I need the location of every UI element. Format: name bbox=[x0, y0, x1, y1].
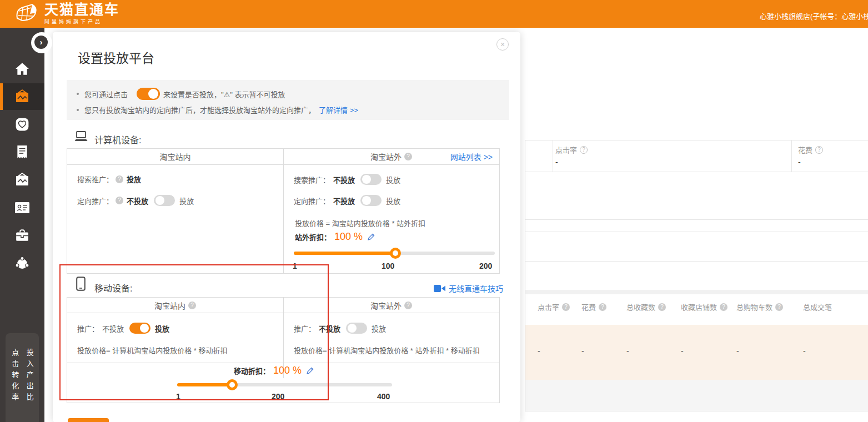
on-label: 投放 bbox=[155, 323, 169, 334]
help-icon[interactable]: ? bbox=[404, 302, 412, 309]
mobile-in-promo-row: 推广： 不投放 投放 bbox=[77, 323, 169, 334]
topbar: 天猫直通车 阿里妈妈旗下产品 心雅小栈旗舰店(子帐号：心雅小栈 bbox=[0, 0, 868, 28]
laptop-icon bbox=[74, 130, 88, 143]
computer-taobao-out-header: 淘宝站外 ? 网站列表 >> bbox=[283, 149, 499, 164]
dialog-title: 设置投放平台 bbox=[78, 48, 154, 67]
mobile-out-promo-toggle[interactable] bbox=[346, 323, 367, 334]
help-icon[interactable]: ? bbox=[116, 175, 123, 183]
notice-text: 来设置是否投放，"⚠" 表示暂不可投放 bbox=[163, 89, 285, 99]
home-icon bbox=[15, 62, 29, 76]
gallery-icon bbox=[14, 173, 30, 187]
mobile-out-price-formula: 投放价格= 计算机淘宝站内投放价格 * 站外折扣 * 移动折扣 bbox=[294, 345, 480, 355]
cell-value: - bbox=[736, 346, 739, 355]
expand-arrow-icon[interactable]: › bbox=[33, 34, 49, 50]
sidebar-item-account[interactable] bbox=[0, 195, 44, 220]
computer-out-discount: 站外折扣： 100 % bbox=[295, 231, 375, 243]
sidebar-item-creative[interactable] bbox=[0, 168, 44, 192]
logo[interactable]: 天猫直通车 阿里妈妈旗下产品 bbox=[14, 2, 119, 25]
website-list-link[interactable]: 网站列表 >> bbox=[450, 151, 493, 162]
slider-mid-label: 100 bbox=[382, 262, 394, 270]
help-icon[interactable]: ? bbox=[720, 303, 727, 311]
computer-out-target-row: 定向推广： 不投放 投放 bbox=[294, 195, 400, 206]
toggle-knob bbox=[362, 196, 371, 205]
edit-pencil-icon[interactable] bbox=[306, 366, 314, 375]
slider-handle[interactable] bbox=[227, 379, 238, 390]
mobile-out-promo-row: 推广： 不投放 投放 bbox=[294, 323, 386, 334]
notice-text: 您只有投放淘宝站内的定向推广后，才能选择投放淘宝站外的定向推广， bbox=[84, 104, 315, 115]
help-icon[interactable]: ? bbox=[404, 153, 412, 160]
slider-fill bbox=[294, 252, 395, 255]
toggle-knob bbox=[348, 324, 357, 333]
row-label: 搜索推广： bbox=[77, 174, 113, 184]
sidebar-item-home[interactable] bbox=[0, 57, 44, 81]
computer-out-search-toggle[interactable] bbox=[360, 174, 382, 185]
state-text: 不投放 bbox=[319, 323, 340, 334]
help-icon[interactable]: ? bbox=[599, 303, 606, 311]
on-label: 投放 bbox=[386, 195, 400, 206]
notice-line-1: 您可通过点击 来设置是否投放，"⚠" 表示暂不可投放 bbox=[77, 88, 285, 100]
computer-out-discount-slider[interactable] bbox=[294, 252, 495, 255]
slider-min-label: 1 bbox=[293, 262, 297, 270]
row-label: 定向推广： bbox=[294, 195, 330, 206]
divider bbox=[553, 140, 553, 172]
stat-cost-value: - bbox=[798, 158, 801, 167]
example-toggle[interactable] bbox=[137, 88, 160, 100]
toggle-knob bbox=[148, 89, 158, 99]
edit-pencil-icon[interactable] bbox=[367, 233, 375, 241]
help-icon[interactable]: ? bbox=[188, 302, 196, 309]
help-icon[interactable]: ? bbox=[658, 303, 666, 311]
mobile-in-price-formula: 投放价格= 计算机淘宝站内投放价格 * 移动折扣 bbox=[77, 345, 228, 355]
mobile-discount-row: 移动折扣： 100 % 1 200 400 bbox=[67, 363, 499, 403]
mobile-table: 淘宝站内 ? 淘宝站外 ? 推广： 不投放 投放 投放价格= 计算机淘宝站内投放… bbox=[67, 297, 500, 403]
help-icon[interactable]: ? bbox=[562, 303, 570, 311]
col-header-deals: 总成交笔 bbox=[803, 302, 832, 312]
help-icon[interactable]: ? bbox=[815, 146, 823, 154]
divider bbox=[525, 140, 868, 140]
mobile-in-promo-toggle[interactable] bbox=[129, 323, 150, 334]
mobile-section-title: 移动设备: bbox=[94, 281, 132, 294]
stat-clickrate-value: - bbox=[555, 158, 558, 167]
help-icon[interactable]: ? bbox=[580, 146, 588, 154]
bullet-icon bbox=[77, 109, 79, 111]
on-label: 投放 bbox=[372, 323, 386, 334]
stat-cost-label: 花费 ? bbox=[798, 144, 823, 155]
divider bbox=[525, 261, 868, 262]
computer-in-target-row: 定向推广： ? 不投放 投放 bbox=[77, 195, 194, 206]
account-name[interactable]: 心雅小栈旗舰店(子帐号：心雅小栈 bbox=[760, 11, 868, 21]
logo-subtitle: 阿里妈妈旗下产品 bbox=[44, 18, 119, 25]
discount-value: 100 % bbox=[273, 365, 302, 376]
sidebar-item-favorites[interactable] bbox=[0, 112, 44, 137]
divider bbox=[791, 140, 792, 172]
on-label: 投放 bbox=[179, 195, 194, 206]
state-text: 不投放 bbox=[333, 195, 355, 206]
sidebar-item-campaign-active[interactable] bbox=[0, 83, 44, 110]
wireless-tips-link[interactable]: 无线直通车技巧 bbox=[449, 283, 503, 294]
col-header-clickrate: 点击率? bbox=[538, 302, 570, 312]
row-label: 推广： bbox=[77, 323, 99, 334]
sidebar-metrics-panel[interactable]: 点击转化率 投入产出比 bbox=[6, 333, 39, 422]
help-icon[interactable]: ? bbox=[775, 303, 783, 311]
mobile-discount-slider[interactable] bbox=[177, 383, 392, 386]
help-icon[interactable]: ? bbox=[116, 197, 123, 204]
computer-taobao-in-header: 淘宝站内 bbox=[67, 149, 283, 164]
computer-in-search-row: 搜索推广： ? 投放 bbox=[77, 174, 141, 184]
favorites-heart-icon bbox=[15, 117, 29, 132]
stat-label-text: 点击率 bbox=[555, 144, 577, 155]
toggle-knob bbox=[155, 196, 164, 205]
sidebar-item-tools[interactable] bbox=[0, 223, 44, 248]
table-row-highlight[interactable] bbox=[525, 325, 868, 380]
sidebar-item-report[interactable] bbox=[0, 140, 44, 164]
sidebar-item-network[interactable] bbox=[0, 251, 44, 275]
slider-handle[interactable] bbox=[390, 248, 401, 259]
state-text: 不投放 bbox=[102, 323, 124, 334]
confirm-button[interactable] bbox=[68, 418, 109, 422]
computer-in-target-toggle[interactable] bbox=[154, 195, 175, 206]
col-header-carts: 总购物车数? bbox=[736, 302, 783, 312]
table-row[interactable] bbox=[525, 380, 868, 411]
computer-out-target-toggle[interactable] bbox=[360, 195, 382, 206]
notice-line-2: 您只有投放淘宝站内的定向推广后，才能选择投放淘宝站外的定向推广， 了解详情 >> bbox=[77, 104, 358, 115]
mobile-taobao-out-header: 淘宝站外 ? bbox=[283, 298, 499, 313]
learn-more-link[interactable]: 了解详情 >> bbox=[319, 104, 358, 115]
close-icon[interactable]: × bbox=[496, 38, 509, 51]
stat-label-text: 花费 bbox=[798, 144, 812, 155]
